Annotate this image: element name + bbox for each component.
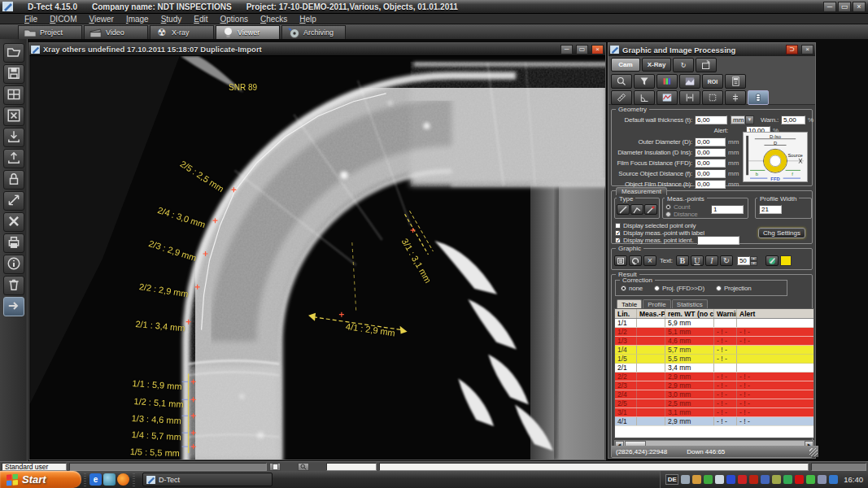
angle-tool-button[interactable] xyxy=(634,90,655,105)
correction-radio[interactable] xyxy=(654,285,660,291)
globe-quicklaunch-icon[interactable] xyxy=(103,473,116,486)
color-tool-button[interactable] xyxy=(656,74,678,89)
arrow-tray-icon[interactable] xyxy=(806,475,815,484)
shield-tray-icon[interactable] xyxy=(783,475,792,484)
clear-graphics-button[interactable]: × xyxy=(643,255,656,266)
profile-width-input[interactable]: 21 xyxy=(759,205,782,214)
checkbox[interactable] xyxy=(615,237,621,243)
panel-close-button[interactable]: × xyxy=(801,45,813,54)
tab-project[interactable]: Project xyxy=(18,25,82,39)
ruler-tool-button[interactable] xyxy=(611,90,632,105)
table-header-cell[interactable]: Lin. xyxy=(615,309,637,318)
warn-input[interactable]: 5,00 xyxy=(781,115,805,124)
table-row[interactable]: 1/55,5 mm- ! - xyxy=(615,355,813,364)
pillar-tool-button[interactable] xyxy=(748,90,769,105)
table-row[interactable]: 3/13,1 mm- ! -- ! - xyxy=(615,408,813,417)
table-row[interactable]: 2/22,9 mm- ! -- ! - xyxy=(615,373,813,381)
xray-window-titlebar[interactable]: Xray others undefined 17.10.2011 15:18:0… xyxy=(29,43,605,56)
table-row[interactable]: 1/45,7 mm- ! - xyxy=(615,346,813,355)
color-swatch-button[interactable] xyxy=(780,255,792,266)
table-row[interactable]: 1/15,9 mm xyxy=(615,319,813,328)
default-wall-input[interactable]: 6,00 xyxy=(695,115,727,124)
checkbox[interactable] xyxy=(615,230,621,236)
send-button[interactable] xyxy=(3,297,24,316)
close-button[interactable]: × xyxy=(853,2,866,12)
minimize-button[interactable]: ─ xyxy=(823,2,836,12)
table-row[interactable]: 2/43,0 mm- ! -- ! - xyxy=(615,390,813,399)
tab-video[interactable]: Video xyxy=(84,25,148,39)
d-tect-task-button[interactable]: D-Tect xyxy=(142,473,273,486)
xray-minimize-button[interactable]: ─ xyxy=(560,45,573,54)
field-input[interactable]: 0,00 xyxy=(695,169,726,178)
restore-button[interactable]: ▭ xyxy=(838,2,851,12)
count-radio[interactable] xyxy=(665,204,671,210)
crop-tool-button[interactable] xyxy=(702,90,723,105)
roi-tool-button[interactable]: ROI xyxy=(702,74,723,89)
distance-radio[interactable] xyxy=(665,211,671,217)
polyline-measure-button[interactable] xyxy=(630,204,643,215)
measurement-table[interactable]: Lin.Meas.-Poinrem. WT (no cor.)WarninAle… xyxy=(614,308,814,438)
ie-quicklaunch-icon[interactable]: e xyxy=(89,473,102,486)
table-header-cell[interactable]: Alert xyxy=(737,309,813,318)
zoom-tool-button[interactable] xyxy=(611,74,632,89)
correction-radio[interactable] xyxy=(716,285,722,291)
tab-viewer[interactable]: Viewer xyxy=(216,25,280,39)
menu-item-image[interactable]: Image xyxy=(126,15,149,24)
line-measure-button[interactable] xyxy=(617,204,630,215)
menu-item-file[interactable]: File xyxy=(24,15,37,24)
tile-windows-button[interactable] xyxy=(3,85,24,105)
field-input[interactable]: 0,00 xyxy=(695,180,726,189)
table-header-cell[interactable]: Warnin xyxy=(714,309,737,318)
blue-a-tray-icon[interactable] xyxy=(726,475,735,484)
chg-settings-button[interactable]: Chg Settings xyxy=(758,228,805,238)
font-size-spinner[interactable]: 50 ▲▼ xyxy=(737,256,757,266)
rotate-text-button[interactable]: ↻ xyxy=(720,255,733,266)
field-input[interactable]: 0,00 xyxy=(695,148,726,157)
xray-maximize-button[interactable]: ▭ xyxy=(576,45,588,54)
table-header-cell[interactable]: rem. WT (no cor.) xyxy=(665,309,714,318)
menu-item-help[interactable]: Help xyxy=(299,15,316,24)
histogram-tool-button[interactable] xyxy=(679,74,700,89)
field-input[interactable]: 0,00 xyxy=(695,159,726,168)
green-tray-icon[interactable] xyxy=(704,475,713,484)
table-row[interactable]: 4/12,9 mm- ! -- ! - xyxy=(615,417,813,426)
bold-button[interactable]: B xyxy=(676,255,689,266)
correction-radio[interactable] xyxy=(621,285,626,291)
firefox-quicklaunch-icon[interactable] xyxy=(117,473,129,486)
stamp-button[interactable] xyxy=(614,255,627,266)
panel-undock-button[interactable]: ⊃ xyxy=(786,45,798,54)
resize-grip[interactable] xyxy=(809,448,818,456)
cloud-tray-icon[interactable] xyxy=(715,475,724,484)
load-image-button[interactable] xyxy=(696,58,717,72)
delete-button[interactable] xyxy=(3,212,24,232)
italic-button[interactable]: I xyxy=(705,255,718,266)
export-image-button[interactable] xyxy=(3,149,24,168)
info-button[interactable] xyxy=(3,255,24,274)
underline-button[interactable]: U xyxy=(691,255,704,266)
save-button[interactable] xyxy=(3,64,24,84)
menu-item-edit[interactable]: Edit xyxy=(194,15,207,24)
xray-source-button[interactable]: X-Ray xyxy=(642,58,671,72)
ident-input[interactable] xyxy=(697,236,739,245)
msg-tray-icon[interactable] xyxy=(829,475,838,484)
display-tray-icon[interactable] xyxy=(681,475,690,484)
tab-archiving[interactable]: Archiving xyxy=(281,25,346,39)
filter-tool-button[interactable] xyxy=(634,74,655,89)
menu-item-viewer[interactable]: Viewer xyxy=(89,15,113,24)
table-row[interactable]: 1/25,1 mm- ! -- ! - xyxy=(615,328,813,337)
n-tray-icon[interactable] xyxy=(795,475,804,484)
point-measure-button[interactable] xyxy=(644,204,657,215)
table-header-cell[interactable]: Meas.-Poin xyxy=(637,309,665,318)
language-indicator[interactable]: DE xyxy=(665,474,678,485)
table-row[interactable]: 1/34,6 mm- ! -- ! - xyxy=(615,337,813,346)
unit-dropdown-arrow-icon[interactable]: ▼ xyxy=(745,115,754,124)
table-row[interactable]: 2/52,5 mm- ! -- ! - xyxy=(615,399,813,408)
panel-titlebar[interactable]: Graphic and Image Processing ⊃ × xyxy=(608,43,815,56)
xray-image[interactable] xyxy=(29,56,605,460)
calculator-tool-button[interactable] xyxy=(725,74,746,89)
table-row[interactable]: 2/32,9 mm- ! -- ! - xyxy=(615,381,813,390)
fit-zoom-button[interactable] xyxy=(3,191,24,211)
menu-item-options[interactable]: Options xyxy=(220,15,247,24)
cam-source-button[interactable]: Cam xyxy=(611,58,640,72)
start-button[interactable]: Start xyxy=(0,471,81,488)
